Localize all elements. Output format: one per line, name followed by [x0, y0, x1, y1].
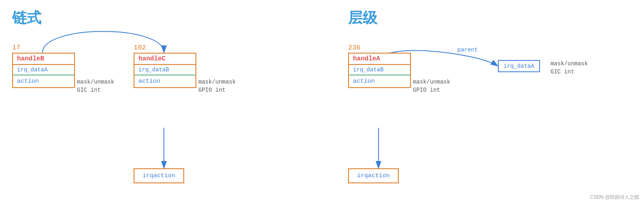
parent-arrow-label: parent	[457, 47, 478, 53]
irq-data-a-side-label: mask/unmaskGIC int	[550, 60, 588, 76]
right-box1-number: 236	[348, 44, 361, 52]
irq-data-a-label: irq_dataA	[504, 63, 534, 69]
irq-data-a-box: irq_dataA	[498, 60, 540, 72]
left-title: 链式	[12, 8, 41, 28]
watermark: CSDN @田园诗人之园	[590, 194, 639, 201]
left-box2-side-label: mask/unmaskGPIO int	[198, 78, 236, 94]
right-title: 层级	[348, 8, 377, 28]
left-irq-box1: handleB irq_dataA action	[12, 53, 75, 88]
right-irq-box1: handleA irq_dataB action	[348, 53, 411, 88]
left-box2-number: 102	[134, 44, 146, 52]
left-box1-handle: handleB	[13, 54, 74, 65]
left-box2-action: action	[134, 75, 196, 87]
arrows-svg	[0, 0, 644, 204]
left-box1-action: action	[13, 75, 74, 87]
left-irq-box2: handleC irq_dataB action	[134, 53, 196, 88]
left-box1-side-label: mask/unmaskGIC int	[77, 78, 114, 94]
left-irqaction-box: irqaction	[134, 168, 184, 183]
left-box1-data: irq_dataA	[13, 65, 74, 75]
right-box1-handle: handleA	[349, 54, 410, 65]
right-irqaction-box: irqaction	[348, 168, 399, 183]
left-box2-handle: handleC	[134, 54, 196, 65]
left-irqaction-label: irqaction	[142, 172, 175, 179]
left-box1-number: 17	[12, 44, 20, 52]
right-box1-action: action	[349, 75, 410, 87]
right-box1-data: irq_dataB	[349, 65, 410, 75]
right-irqaction-label: irqaction	[357, 172, 390, 179]
left-box2-data: irq_dataB	[134, 65, 196, 75]
right-box1-side-label: mask/unmaskGPIO int	[413, 78, 450, 94]
